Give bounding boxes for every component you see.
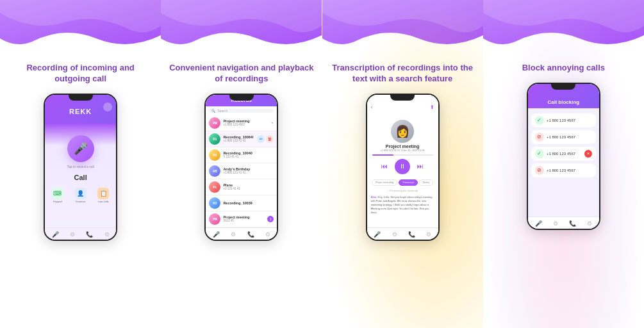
- tab-phone-icon[interactable]: 📞: [86, 231, 93, 238]
- tab4-mic-icon[interactable]: 🎤: [535, 220, 542, 227]
- block-allow-icon-0: ✓: [535, 116, 544, 125]
- progress-fill: [372, 154, 393, 156]
- tab-settings2-icon[interactable]: ⚙: [104, 231, 110, 238]
- keypad-item[interactable]: ⌨ Keypad: [52, 188, 63, 203]
- keypad-label: Keypad: [53, 200, 62, 203]
- tab4-gear-icon[interactable]: ⚙: [553, 220, 558, 227]
- phone3: ‹ ⬆ 👩 Project meeting +1 800 123 45 67 |…: [366, 94, 440, 241]
- tab2-mic-icon[interactable]: 🎤: [213, 231, 220, 238]
- transcript-text: Alex: Hey, John. Did you forget about to…: [367, 193, 438, 217]
- block-number-1: +1 800 123 4567: [547, 135, 592, 139]
- phone4: Call blocking ✓ +1 800 123 4567 ⊘ +1 800…: [527, 83, 600, 230]
- tab3-gear-icon[interactable]: ⚙: [392, 231, 397, 238]
- phone2-notch: [229, 95, 254, 101]
- tab2-phone-icon[interactable]: 📞: [247, 231, 254, 238]
- tab3-mic-icon[interactable]: 🎤: [374, 231, 381, 238]
- record-avatar-3: AB: [209, 165, 220, 177]
- block-item-1[interactable]: ⊘ +1 800 123 4567: [531, 130, 596, 144]
- transcript-content: Hey, John. Did you forget about today's …: [371, 195, 433, 214]
- record-number-6: 0012 45: [223, 219, 265, 222]
- panel-recording: Recording of incoming and outgoing call …: [0, 0, 161, 328]
- record-time-0: ★: [271, 121, 274, 124]
- record-item-0[interactable]: PM Project meeting +1 800 123 4567 ★: [206, 115, 277, 131]
- screen2: Records 🔍 Search PM Project meeting +1 8…: [206, 95, 277, 240]
- record-info-2: Recording_10040 5 123 41 41: [223, 151, 274, 158]
- screen3: ‹ ⬆ 👩 Project meeting +1 800 123 45 67 |…: [367, 95, 438, 240]
- record-info-1: Recording_10064l +1 800 123 41 41: [223, 135, 254, 142]
- block-item-0[interactable]: ✓ +1 800 123 4567: [531, 113, 596, 127]
- record-edit-icons-1: ✏ 🗑: [257, 135, 274, 143]
- play-pause-button[interactable]: ⏸: [395, 159, 410, 174]
- record-info-4: Plans +1 123 41 41: [223, 183, 274, 190]
- pill-notes[interactable]: Notes: [419, 179, 433, 186]
- phone2-wrapper: Records 🔍 Search PM Project meeting +1 8…: [204, 94, 278, 241]
- tab4-settings-icon[interactable]: ⚙: [587, 220, 592, 227]
- screen2-tabbar: 🎤 ⚙ 📞 ⚙: [206, 227, 277, 240]
- record-name-5: Recording_10039: [223, 201, 274, 205]
- tab2-settings-icon[interactable]: ⚙: [265, 231, 270, 238]
- tab3-settings-icon[interactable]: ⚙: [426, 231, 431, 238]
- microphone-icon: 🎤: [74, 142, 88, 156]
- panel3-content: Transcription of recordings into the tex…: [327, 0, 478, 328]
- mic-button[interactable]: 🎤: [67, 135, 94, 162]
- processing-label: ✓ Processing the transcript: [367, 188, 438, 193]
- progress-bar[interactable]: [372, 154, 433, 156]
- panel4-content: Block annoying calls Call blocking ✓ +1 …: [488, 0, 639, 328]
- rewind-button[interactable]: ⏮: [379, 161, 390, 172]
- block-allow-icon-2: ✓: [535, 149, 544, 158]
- record-number-4: +1 123 41 41: [223, 187, 274, 190]
- fastforward-button[interactable]: ⏭: [415, 161, 425, 172]
- record-item-2[interactable]: R2 Recording_10040 5 123 41 41: [206, 147, 277, 163]
- tab2-gear-icon[interactable]: ⚙: [231, 231, 236, 238]
- record-info-0: Project meeting +1 800 123 4567: [223, 119, 268, 126]
- record-item-3[interactable]: AB Andy's Birthday +1 800 123 41 41: [206, 163, 277, 179]
- edit-icon-1[interactable]: ✏: [257, 135, 265, 143]
- record-item-6[interactable]: PM Project meeting 0012 45 1: [206, 211, 277, 227]
- phone3-notch: [390, 95, 415, 101]
- lastcalls-label: Last calls: [98, 200, 109, 203]
- block-item-2[interactable]: ✓ +1 800 123 4567 ×: [531, 147, 596, 161]
- panel2-title: Convenient navigation and playback of re…: [166, 63, 317, 85]
- record-number-2: 5 123 41 41: [223, 155, 274, 158]
- block-number-2: +1 800 123 4567: [547, 152, 582, 156]
- screen3-tabbar: 🎤 ⚙ 📞 ⚙: [367, 227, 438, 240]
- panel3-title: Transcription of recordings into the tex…: [327, 63, 478, 85]
- screen4-tabbar: 🎤 ⚙ 📞 ⚙: [528, 217, 599, 229]
- share-icon[interactable]: ⬆: [430, 104, 434, 110]
- tap-label: Tap to record a call: [67, 165, 94, 168]
- badge-icon: 1: [267, 216, 274, 222]
- block-deny-icon-3: ⊘: [535, 166, 544, 175]
- blocking-title: Call blocking: [547, 99, 579, 105]
- phone1: REKK 🎤 Tap to record a call Call ⌨ Keypa…: [44, 94, 117, 241]
- record-item-4[interactable]: PL Plans +1 123 41 41: [206, 179, 277, 195]
- keypad-icon: ⌨: [52, 188, 63, 199]
- record-number-3: +1 800 123 41 41: [223, 171, 274, 174]
- call-info: +1 800 123 45 67 | Dec 20, 2021 15:41: [367, 149, 438, 152]
- delete-icon-1[interactable]: 🗑: [266, 135, 274, 143]
- delete-button-2[interactable]: ×: [584, 150, 592, 158]
- tab3-phone-icon[interactable]: 📞: [408, 231, 415, 238]
- screen1: REKK 🎤 Tap to record a call Call ⌨ Keypa…: [45, 95, 116, 240]
- call-avatar: 👩: [391, 120, 414, 143]
- record-info-3: Andy's Birthday +1 800 123 41 41: [223, 167, 274, 174]
- panel1-title: Recording of incoming and outgoing call: [5, 63, 156, 85]
- panel4-title: Block annoying calls: [520, 63, 607, 74]
- settings-icon[interactable]: [103, 102, 112, 111]
- record-item-1[interactable]: R1 Recording_10064l +1 800 123 41 41 ✏ 🗑: [206, 131, 277, 147]
- contacts-item[interactable]: 👤 Contacts: [75, 188, 87, 203]
- tab4-phone-icon[interactable]: 📞: [569, 220, 576, 227]
- record-item-5[interactable]: R3 Recording_10039: [206, 195, 277, 211]
- pill-recording[interactable]: Photo recording: [372, 179, 397, 186]
- lastcalls-item[interactable]: 📋 Last calls: [97, 188, 109, 203]
- search-icon: 🔍: [211, 109, 215, 113]
- pill-transcript[interactable]: Transcript: [399, 179, 418, 186]
- block-item-3[interactable]: ⊘ +1 800 123 4567: [531, 163, 596, 177]
- phone1-wrapper: REKK 🎤 Tap to record a call Call ⌨ Keypa…: [44, 94, 117, 241]
- tab-mic-icon[interactable]: 🎤: [52, 231, 59, 238]
- record-avatar-1: R1: [209, 133, 220, 145]
- search-bar[interactable]: 🔍 Search: [209, 109, 274, 113]
- back-icon[interactable]: ‹: [371, 104, 373, 110]
- phone4-notch: [551, 84, 575, 90]
- playback-controls: ⏮ ⏸ ⏭: [367, 159, 438, 174]
- tab-gear-icon[interactable]: ⚙: [70, 231, 75, 238]
